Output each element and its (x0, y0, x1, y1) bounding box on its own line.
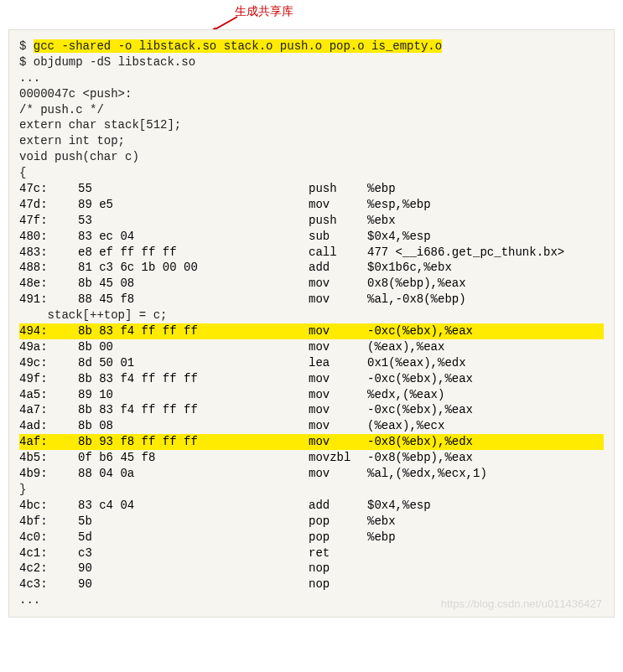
code-block: $ gcc -shared -o libstack.so stack.o pus… (8, 29, 615, 618)
asm-row: 4bc: 83 c4 04add$0x4,%esp (19, 498, 604, 514)
asm-mnemonic: add (309, 498, 367, 514)
asm-addr: 494: (19, 323, 78, 339)
asm-addr: 4c1: (19, 545, 78, 561)
asm-row-highlight: 4af: 8b 93 f8 ff ff ff mov -0x8(%ebx),%e… (19, 434, 604, 450)
cmd1-highlight: gcc -shared -o libstack.so stack.o push.… (34, 39, 442, 53)
asm-row: 480: 83 ec 04sub$0x4,%esp (19, 229, 604, 245)
ellipsis: ... (19, 70, 604, 86)
asm-bytes: c3 (78, 545, 309, 561)
source-line: extern int top; (19, 133, 604, 149)
asm-bytes: 5d (78, 530, 309, 545)
asm-operands: %edx,(%eax) (367, 387, 604, 403)
asm-mnemonic: mov (309, 466, 367, 482)
asm-mnemonic: mov (309, 339, 367, 355)
asm-bytes: 55 (78, 181, 309, 197)
asm-operands: -0x8(%ebp),%eax (367, 450, 604, 466)
asm-bytes: 53 (78, 213, 309, 229)
asm-mnemonic: lea (309, 355, 367, 371)
cmd-line-1: $ gcc -shared -o libstack.so stack.o pus… (19, 39, 604, 54)
asm-mnemonic: push (309, 213, 367, 229)
cmd2-text: objdump -dS libstack.so (34, 55, 195, 69)
source-line: extern char stack[512]; (19, 117, 604, 133)
asm-row: 483: e8 ef ff ff ffcall477 <__i686.get_p… (19, 245, 604, 261)
asm-row: 4c2: 90nop (19, 561, 604, 576)
asm-operands: -0x8(%ebx),%edx (367, 434, 604, 450)
asm-addr: 48e: (19, 276, 78, 292)
asm-addr: 4bf: (19, 514, 78, 530)
asm-operands: %ebp (367, 181, 604, 197)
source-line: void push(char c) (19, 149, 604, 165)
asm-operands: $0x4,%esp (367, 498, 604, 514)
asm-row: 4b9: 88 04 0amov%al,(%edx,%ecx,1) (19, 466, 604, 482)
asm-operands (367, 545, 604, 561)
asm-mnemonic: push (309, 181, 367, 197)
asm-addr: 4a5: (19, 387, 78, 403)
asm-row: 4b5: 0f b6 45 f8movzbl-0x8(%ebp),%eax (19, 450, 604, 466)
asm-row: 4c1: c3ret (19, 545, 604, 561)
prompt: $ (19, 39, 34, 53)
asm-operands: 0x1(%eax),%edx (367, 355, 604, 371)
asm-bytes: 8d 50 01 (78, 355, 309, 371)
asm-mnemonic: mov (309, 387, 367, 403)
asm-bytes: 8b 00 (78, 339, 309, 355)
asm-mnemonic: movzbl (309, 450, 367, 466)
asm-bytes: 90 (78, 561, 309, 576)
asm-row: 491: 88 45 f8mov%al,-0x8(%ebp) (19, 292, 604, 308)
asm-addr: 488: (19, 260, 78, 276)
asm-row: 4bf: 5bpop%ebx (19, 514, 604, 530)
asm-mnemonic: mov (309, 197, 367, 213)
asm-row: 47d: 89 e5mov%esp,%ebp (19, 197, 604, 213)
asm-addr: 480: (19, 229, 78, 245)
asm-mnemonic: nop (309, 561, 367, 576)
watermark-text: https://blog.csdn.net/u011436427 (441, 597, 602, 610)
asm-bytes: 88 04 0a (78, 466, 309, 482)
asm-mnemonic: nop (309, 576, 367, 592)
source-line: stack[++top] = c; (19, 308, 604, 323)
asm-mnemonic: pop (309, 530, 367, 545)
asm-operands: -0xc(%ebx),%eax (367, 323, 604, 339)
asm-operands (367, 561, 604, 576)
asm-addr: 491: (19, 292, 78, 308)
asm-mnemonic: sub (309, 229, 367, 245)
asm-addr: 4bc: (19, 498, 78, 514)
asm-addr: 49c: (19, 355, 78, 371)
asm-bytes: 81 c3 6c 1b 00 00 (78, 260, 309, 276)
asm-addr: 47f: (19, 213, 78, 229)
source-line: /* push.c */ (19, 102, 604, 118)
asm-mnemonic: mov (309, 276, 367, 292)
asm-bytes: 0f b6 45 f8 (78, 450, 309, 466)
asm-row-highlight: 494: 8b 83 f4 ff ff ff mov -0xc(%ebx),%e… (19, 323, 604, 339)
asm-bytes: 89 e5 (78, 197, 309, 213)
asm-addr: 49a: (19, 339, 78, 355)
asm-operands: 0x8(%ebp),%eax (367, 276, 604, 292)
asm-bytes: 83 ec 04 (78, 229, 309, 245)
asm-bytes: 5b (78, 514, 309, 530)
asm-row: 49a: 8b 00mov(%eax),%eax (19, 339, 604, 355)
asm-mnemonic: pop (309, 514, 367, 530)
asm-addr: 483: (19, 245, 78, 261)
asm-addr: 4af: (19, 434, 78, 450)
asm-operands: %al,(%edx,%ecx,1) (367, 466, 604, 482)
asm-addr: 47c: (19, 181, 78, 197)
asm-operands: %al,-0x8(%ebp) (367, 292, 604, 308)
asm-mnemonic: call (309, 245, 367, 261)
asm-row: 4a5: 89 10mov%edx,(%eax) (19, 387, 604, 403)
asm-addr: 4ad: (19, 418, 78, 434)
asm-operands: (%eax),%ecx (367, 418, 604, 434)
cmd-line-2: $ objdump -dS libstack.so (19, 54, 604, 70)
asm-addr: 4c3: (19, 576, 78, 592)
source-line: { (19, 165, 604, 181)
asm-bytes: 8b 83 f4 ff ff ff (78, 402, 309, 418)
asm-addr: 4b9: (19, 466, 78, 482)
asm-bytes: e8 ef ff ff ff (78, 245, 309, 261)
asm-bytes: 83 c4 04 (78, 498, 309, 514)
asm-addr: 4a7: (19, 402, 78, 418)
asm-row: 48e: 8b 45 08mov0x8(%ebp),%eax (19, 276, 604, 292)
func-header: 0000047c <push>: (19, 86, 604, 102)
asm-mnemonic: mov (309, 371, 367, 387)
asm-bytes: 90 (78, 576, 309, 592)
asm-bytes: 8b 93 f8 ff ff ff (78, 434, 309, 450)
asm-mnemonic: mov (309, 292, 367, 308)
asm-row: 49f: 8b 83 f4 ff ff ffmov-0xc(%ebx),%eax (19, 371, 604, 387)
asm-mnemonic: mov (309, 402, 367, 418)
